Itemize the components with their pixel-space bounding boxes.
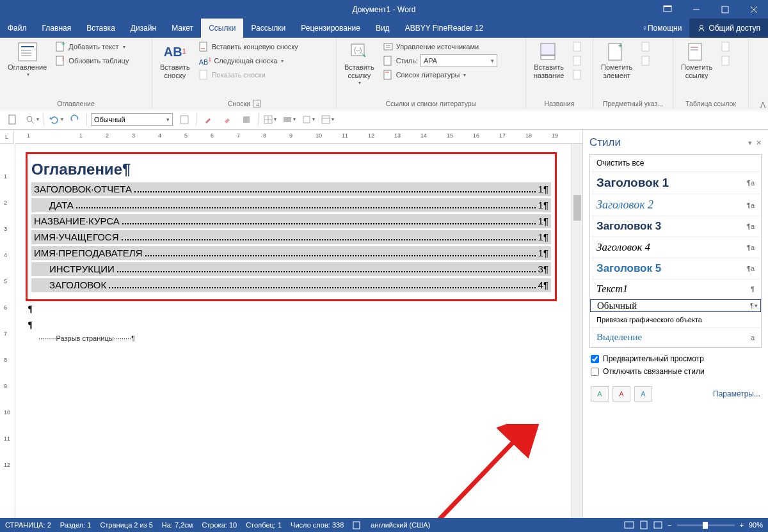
status-words[interactable]: Число слов: 338 bbox=[291, 521, 344, 529]
tab-файл[interactable]: Файл bbox=[0, 19, 35, 38]
caption-extra2[interactable] bbox=[570, 54, 586, 67]
caption-extra1[interactable] bbox=[570, 40, 586, 53]
tell-me[interactable]: ♀ Помощни bbox=[634, 19, 689, 38]
insert-citation-button[interactable]: (–) Вставить ссылку▾ bbox=[340, 40, 378, 88]
qat-eraser-icon[interactable] bbox=[220, 112, 235, 127]
tab-вид[interactable]: Вид bbox=[368, 19, 397, 38]
style-item[interactable]: Заголовок 3¶a bbox=[590, 216, 761, 237]
qat-icon3[interactable] bbox=[239, 112, 254, 127]
horizontal-ruler[interactable]: 112345678910111213141516171819 bbox=[15, 130, 582, 144]
add-text-button[interactable]: +Добавить текст▾ bbox=[53, 40, 131, 53]
tab-ссылки[interactable]: Ссылки bbox=[201, 19, 243, 38]
qat-table-icon[interactable]: ▾ bbox=[262, 112, 278, 127]
status-proof-icon[interactable] bbox=[353, 520, 362, 529]
toc-entry[interactable]: ИНСТРУКЦИИ3 bbox=[31, 262, 551, 276]
redo-button[interactable] bbox=[67, 112, 83, 127]
zoom-in-button[interactable]: + bbox=[740, 521, 744, 529]
close-icon[interactable] bbox=[739, 0, 768, 19]
style-item[interactable]: Привязка графического объекта bbox=[590, 312, 761, 328]
view-print-icon[interactable] bbox=[639, 520, 648, 529]
style-item[interactable]: Текст1¶ bbox=[590, 279, 761, 299]
toc-button[interactable]: Оглавление▾ bbox=[4, 40, 51, 79]
citation-style-select[interactable]: Стиль:APA bbox=[381, 54, 522, 67]
vertical-ruler[interactable]: 123456789101112 bbox=[0, 144, 15, 518]
undo-button[interactable]: ▾ bbox=[48, 112, 63, 127]
qat-search-icon[interactable]: ▾ bbox=[24, 112, 40, 127]
status-line[interactable]: Строка: 10 bbox=[202, 521, 237, 529]
qat-doc-icon[interactable] bbox=[5, 112, 20, 127]
preview-checkbox[interactable]: Предварительный просмотр bbox=[591, 354, 760, 363]
manage-styles-button[interactable]: A bbox=[634, 386, 652, 402]
status-col[interactable]: Столбец: 1 bbox=[246, 521, 282, 529]
tab-abbyy finereader 12[interactable]: ABBYY FineReader 12 bbox=[397, 19, 492, 38]
style-item[interactable]: Заголовок 2¶a bbox=[590, 194, 761, 216]
collapse-ribbon-icon[interactable]: ⋀ bbox=[760, 101, 765, 108]
toa-extra1[interactable] bbox=[719, 40, 734, 53]
show-notes-button[interactable]: Показать сноски bbox=[196, 68, 301, 81]
toc-entry[interactable]: ДАТА1 bbox=[31, 198, 551, 212]
update-table-button[interactable]: !Обновить таблицу bbox=[53, 54, 131, 67]
toc-entry[interactable]: ЗАГОЛОВОК4 bbox=[31, 278, 551, 292]
qat-icon7[interactable]: ▾ bbox=[320, 112, 335, 127]
next-footnote-button[interactable]: AB1Следующая сноска▾ bbox=[196, 54, 301, 67]
ribbon-options-icon[interactable] bbox=[653, 0, 682, 19]
style-inspector-button[interactable]: A bbox=[612, 386, 630, 402]
maximize-icon[interactable] bbox=[710, 0, 739, 19]
qat-icon5[interactable]: ▾ bbox=[282, 112, 297, 127]
caption-extra3[interactable] bbox=[570, 68, 586, 81]
tab-вставка[interactable]: Вставка bbox=[79, 19, 123, 38]
status-lang[interactable]: английский (США) bbox=[371, 521, 430, 529]
insert-caption-button[interactable]: Вставить название bbox=[530, 40, 568, 81]
vertical-scrollbar[interactable] bbox=[572, 144, 582, 518]
qat-icon6[interactable]: ▾ bbox=[301, 112, 316, 127]
index-extra2[interactable] bbox=[639, 54, 654, 67]
toc-entry[interactable]: ЗАГОЛОВОК·ОТЧЕТА1 bbox=[31, 182, 551, 196]
style-item[interactable]: Заголовок 1¶a bbox=[590, 172, 761, 194]
tab-макет[interactable]: Макет bbox=[164, 19, 201, 38]
mark-citation-button[interactable]: Пометить ссылку bbox=[677, 40, 716, 81]
toc-entry[interactable]: НАЗВАНИЕ·КУРСА1 bbox=[31, 214, 551, 228]
style-item[interactable]: Заголовок 4¶a bbox=[590, 237, 761, 258]
zoom-slider[interactable] bbox=[677, 524, 735, 526]
toc-entry[interactable]: ИМЯ·УЧАЩЕГОСЯ1 bbox=[31, 230, 551, 244]
zoom-out-button[interactable]: − bbox=[668, 521, 671, 529]
bibliography-button[interactable]: Список литературы▾ bbox=[381, 68, 522, 81]
index-extra1[interactable] bbox=[639, 40, 654, 53]
clear-all-style[interactable]: Очистить все bbox=[590, 155, 761, 172]
style-dropdown[interactable]: APA bbox=[420, 54, 497, 67]
disable-linked-checkbox[interactable]: Отключить связанные стили bbox=[591, 367, 760, 376]
status-section[interactable]: Раздел: 1 bbox=[60, 521, 92, 529]
toc-entry[interactable]: ИМЯ·ПРЕПОДАВАТЕЛЯ1 bbox=[31, 246, 551, 260]
svg-rect-18 bbox=[200, 70, 207, 79]
page[interactable]: Оглавление ЗАГОЛОВОК·ОТЧЕТА1ДАТА1НАЗВАНИ… bbox=[26, 152, 557, 343]
style-item[interactable]: Заголовок 5¶a bbox=[590, 258, 761, 279]
view-web-icon[interactable] bbox=[653, 520, 662, 529]
manage-sources-button[interactable]: Управление источниками bbox=[381, 40, 522, 53]
qat-brush-icon[interactable] bbox=[200, 112, 216, 127]
footnotes-launcher[interactable] bbox=[253, 100, 260, 107]
new-style-button[interactable]: A bbox=[591, 386, 609, 402]
style-options-link[interactable]: Параметры... bbox=[713, 389, 760, 398]
insert-footnote-button[interactable]: АВ1 Вставить сноску bbox=[156, 40, 194, 81]
style-item[interactable]: Обычный¶ bbox=[590, 299, 761, 312]
pane-close-icon[interactable]: ✕ bbox=[756, 139, 762, 146]
toa-extra2[interactable] bbox=[719, 54, 734, 67]
zoom-level[interactable]: 90% bbox=[749, 521, 763, 529]
insert-endnote-button[interactable]: Вставить концевую сноску bbox=[196, 40, 301, 53]
style-item[interactable]: Выделениеa bbox=[590, 328, 761, 347]
tab-рассылки[interactable]: Рассылки bbox=[243, 19, 293, 38]
tab-рецензирование[interactable]: Рецензирование bbox=[293, 19, 368, 38]
status-at[interactable]: На: 7,2см bbox=[162, 521, 193, 529]
view-read-icon[interactable] bbox=[624, 520, 634, 529]
style-selector[interactable]: Обычный bbox=[91, 113, 173, 126]
tab-дизайн[interactable]: Дизайн bbox=[123, 19, 164, 38]
pane-options-icon[interactable]: ▾ bbox=[748, 139, 752, 146]
share-button[interactable]: Общий доступ bbox=[689, 19, 768, 38]
status-page[interactable]: СТРАНИЦА: 2 bbox=[5, 521, 51, 529]
status-pages[interactable]: Страница 2 из 5 bbox=[100, 521, 152, 529]
tab-главная[interactable]: Главная bbox=[35, 19, 79, 38]
mark-entry-button[interactable]: + Пометить элемент bbox=[597, 40, 636, 81]
svg-point-42 bbox=[27, 116, 32, 121]
minimize-icon[interactable] bbox=[682, 0, 710, 19]
qat-extra-icon[interactable] bbox=[177, 112, 192, 127]
